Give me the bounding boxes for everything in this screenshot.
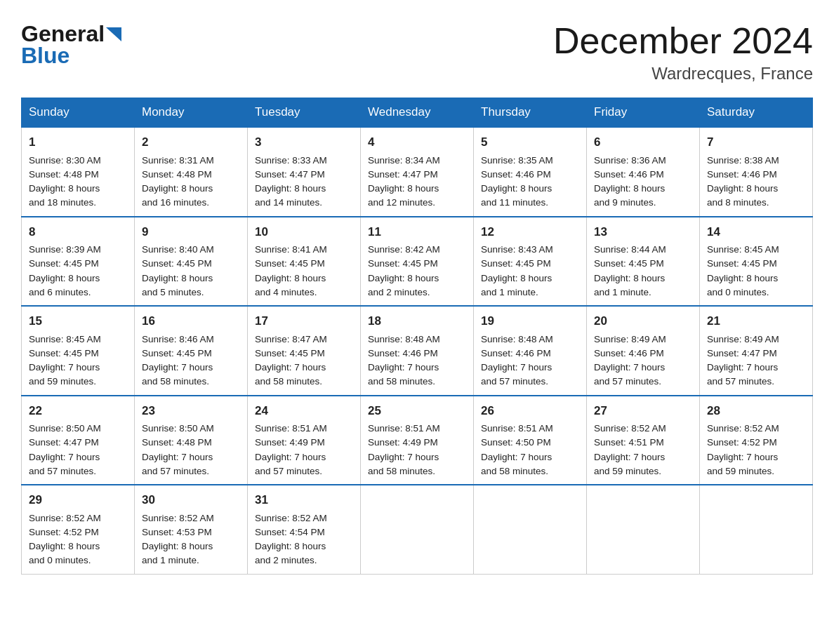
- day-number: 9: [142, 223, 240, 241]
- calendar-cell: 11 Sunrise: 8:42 AM Sunset: 4:45 PM Dayl…: [361, 217, 474, 307]
- col-friday: Friday: [587, 98, 700, 128]
- daylight-text: Daylight: 7 hours: [707, 362, 778, 373]
- day-number: 6: [594, 133, 692, 152]
- sunset-text: Sunset: 4:45 PM: [142, 348, 212, 358]
- daylight-minutes-text: and 14 minutes.: [255, 197, 322, 208]
- logo: General Blue: [21, 21, 121, 67]
- sunset-text: Sunset: 4:46 PM: [594, 348, 664, 358]
- daylight-minutes-text: and 0 minutes.: [707, 287, 769, 297]
- daylight-minutes-text: and 2 minutes.: [368, 287, 430, 297]
- day-number: 25: [368, 402, 466, 420]
- day-number: 12: [481, 223, 579, 241]
- sunrise-text: Sunrise: 8:50 AM: [29, 423, 101, 434]
- daylight-text: Daylight: 7 hours: [368, 452, 439, 462]
- calendar-cell: [474, 485, 587, 574]
- daylight-text: Daylight: 7 hours: [481, 362, 552, 373]
- day-number: 17: [255, 312, 353, 330]
- col-monday: Monday: [135, 98, 248, 128]
- col-wednesday: Wednesday: [361, 98, 474, 128]
- calendar-week-row-4: 22 Sunrise: 8:50 AM Sunset: 4:47 PM Dayl…: [22, 396, 813, 485]
- sunrise-text: Sunrise: 8:52 AM: [707, 423, 779, 434]
- sunrise-text: Sunrise: 8:33 AM: [255, 155, 327, 166]
- day-number: 24: [255, 402, 353, 420]
- daylight-text: Daylight: 8 hours: [594, 183, 665, 194]
- sunset-text: Sunset: 4:48 PM: [29, 169, 99, 180]
- calendar-cell: 30 Sunrise: 8:52 AM Sunset: 4:53 PM Dayl…: [135, 485, 248, 574]
- daylight-text: Daylight: 8 hours: [142, 273, 213, 283]
- daylight-text: Daylight: 8 hours: [29, 183, 100, 194]
- daylight-minutes-text: and 4 minutes.: [255, 287, 317, 297]
- sunrise-text: Sunrise: 8:49 AM: [594, 334, 666, 344]
- daylight-text: Daylight: 8 hours: [368, 183, 439, 194]
- svg-marker-0: [106, 27, 121, 41]
- calendar-cell: [700, 485, 813, 574]
- calendar-cell: 24 Sunrise: 8:51 AM Sunset: 4:49 PM Dayl…: [248, 396, 361, 485]
- day-number: 5: [481, 133, 579, 152]
- daylight-minutes-text: and 57 minutes.: [255, 466, 322, 476]
- day-number: 18: [368, 312, 466, 330]
- sunrise-text: Sunrise: 8:31 AM: [142, 155, 214, 166]
- daylight-text: Daylight: 7 hours: [29, 362, 100, 373]
- daylight-minutes-text: and 57 minutes.: [594, 376, 661, 387]
- calendar-cell: 21 Sunrise: 8:49 AM Sunset: 4:47 PM Dayl…: [700, 306, 813, 396]
- sunrise-text: Sunrise: 8:42 AM: [368, 244, 440, 255]
- sunset-text: Sunset: 4:49 PM: [368, 437, 438, 448]
- day-number: 20: [594, 312, 692, 330]
- day-number: 2: [142, 133, 240, 152]
- daylight-minutes-text: and 1 minute.: [481, 287, 538, 297]
- calendar-cell: 22 Sunrise: 8:50 AM Sunset: 4:47 PM Dayl…: [22, 396, 135, 485]
- sunset-text: Sunset: 4:47 PM: [255, 169, 325, 180]
- day-number: 23: [142, 402, 240, 420]
- day-number: 22: [29, 402, 127, 420]
- sunset-text: Sunset: 4:47 PM: [368, 169, 438, 180]
- sunrise-text: Sunrise: 8:52 AM: [29, 513, 101, 523]
- calendar-cell: 19 Sunrise: 8:48 AM Sunset: 4:46 PM Dayl…: [474, 306, 587, 396]
- daylight-text: Daylight: 8 hours: [29, 273, 100, 283]
- day-number: 21: [707, 312, 805, 330]
- day-number: 10: [255, 223, 353, 241]
- sunset-text: Sunset: 4:51 PM: [594, 437, 664, 448]
- calendar-cell: 5 Sunrise: 8:35 AM Sunset: 4:46 PM Dayli…: [474, 127, 587, 217]
- sunrise-text: Sunrise: 8:45 AM: [707, 244, 779, 255]
- calendar-header-row: Sunday Monday Tuesday Wednesday Thursday…: [22, 98, 813, 128]
- sunrise-text: Sunrise: 8:43 AM: [481, 244, 553, 255]
- day-number: 14: [707, 223, 805, 241]
- daylight-text: Daylight: 8 hours: [142, 183, 213, 194]
- calendar-cell: 14 Sunrise: 8:45 AM Sunset: 4:45 PM Dayl…: [700, 217, 813, 307]
- daylight-text: Daylight: 7 hours: [481, 452, 552, 462]
- sunset-text: Sunset: 4:46 PM: [481, 169, 551, 180]
- sunrise-text: Sunrise: 8:34 AM: [368, 155, 440, 166]
- day-number: 27: [594, 402, 692, 420]
- calendar-cell: 16 Sunrise: 8:46 AM Sunset: 4:45 PM Dayl…: [135, 306, 248, 396]
- daylight-text: Daylight: 8 hours: [481, 273, 552, 283]
- daylight-text: Daylight: 8 hours: [255, 273, 326, 283]
- sunset-text: Sunset: 4:45 PM: [368, 258, 438, 269]
- daylight-text: Daylight: 8 hours: [142, 541, 213, 551]
- calendar-title: December 2024: [553, 21, 813, 61]
- daylight-minutes-text: and 9 minutes.: [594, 197, 656, 208]
- calendar-cell: [587, 485, 700, 574]
- sunrise-text: Sunrise: 8:39 AM: [29, 244, 101, 255]
- daylight-minutes-text: and 1 minute.: [142, 555, 199, 565]
- daylight-minutes-text: and 6 minutes.: [29, 287, 91, 297]
- daylight-text: Daylight: 8 hours: [29, 541, 100, 551]
- daylight-text: Daylight: 7 hours: [594, 452, 665, 462]
- sunrise-text: Sunrise: 8:49 AM: [707, 334, 779, 344]
- daylight-minutes-text: and 8 minutes.: [707, 197, 769, 208]
- daylight-minutes-text: and 57 minutes.: [142, 466, 209, 476]
- sunrise-text: Sunrise: 8:50 AM: [142, 423, 214, 434]
- daylight-minutes-text: and 59 minutes.: [29, 376, 96, 387]
- day-number: 16: [142, 312, 240, 330]
- daylight-minutes-text: and 5 minutes.: [142, 287, 204, 297]
- calendar-cell: 10 Sunrise: 8:41 AM Sunset: 4:45 PM Dayl…: [248, 217, 361, 307]
- day-number: 31: [255, 491, 353, 509]
- calendar-cell: 12 Sunrise: 8:43 AM Sunset: 4:45 PM Dayl…: [474, 217, 587, 307]
- sunrise-text: Sunrise: 8:51 AM: [368, 423, 440, 434]
- sunrise-text: Sunrise: 8:52 AM: [255, 513, 327, 523]
- calendar-cell: 4 Sunrise: 8:34 AM Sunset: 4:47 PM Dayli…: [361, 127, 474, 217]
- daylight-minutes-text: and 58 minutes.: [142, 376, 209, 387]
- sunset-text: Sunset: 4:52 PM: [707, 437, 777, 448]
- calendar-cell: 23 Sunrise: 8:50 AM Sunset: 4:48 PM Dayl…: [135, 396, 248, 485]
- sunrise-text: Sunrise: 8:46 AM: [142, 334, 214, 344]
- daylight-minutes-text: and 58 minutes.: [368, 466, 435, 476]
